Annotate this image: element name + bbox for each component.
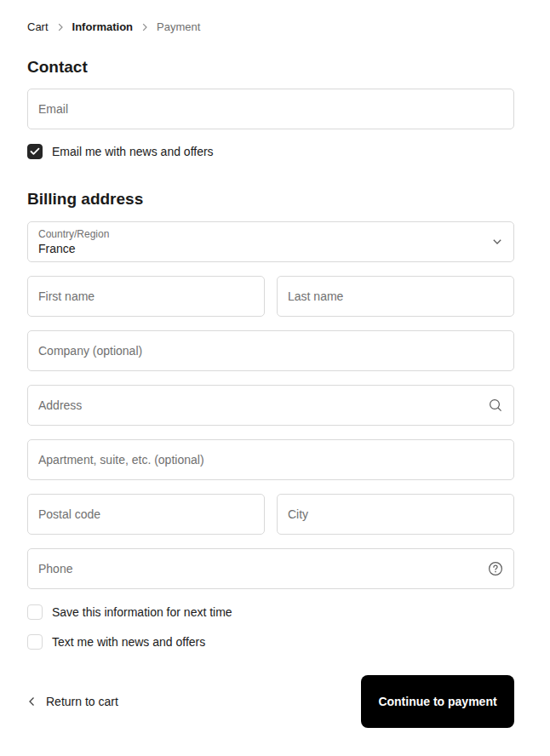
first-name-input[interactable] [27,276,265,317]
breadcrumb-item-payment: Payment [157,20,200,34]
breadcrumb-item-cart[interactable]: Cart [27,20,49,34]
breadcrumb-item-information: Information [72,20,134,34]
last-name-field [277,276,514,317]
chevron-left-icon [27,696,37,707]
save-info-checkbox-label[interactable]: Save this information for next time [52,605,232,619]
checkmark-icon [30,147,40,156]
postal-code-input[interactable] [27,494,265,535]
contact-heading: Contact [27,58,514,77]
checkout-page: Cart Information Payment Contact Email m… [0,0,550,728]
company-input[interactable] [27,330,514,371]
footer-actions: Return to cart Continue to payment [27,675,514,728]
first-name-field [27,276,265,317]
chevron-down-icon [492,238,502,245]
return-to-cart-label: Return to cart [46,695,118,708]
chevron-right-icon [140,23,149,32]
city-input[interactable] [277,494,514,535]
company-field [27,330,514,371]
address-input[interactable] [27,385,514,426]
phone-input[interactable] [27,548,514,589]
name-row [27,276,514,317]
billing-address-heading: Billing address [27,190,514,209]
email-field [27,89,514,129]
save-info-checkbox[interactable] [27,604,43,620]
newsletter-checkbox[interactable] [27,144,43,159]
apartment-input[interactable] [27,439,514,480]
address-field [27,385,514,426]
country-select-value: France [38,241,483,256]
postal-code-field [27,494,265,535]
city-field [277,494,514,535]
newsletter-checkbox-label[interactable]: Email me with news and offers [52,145,214,158]
postal-city-row [27,494,514,535]
help-circle-icon[interactable] [488,561,503,576]
country-select[interactable]: Country/Region France [27,221,514,262]
sms-checkbox-row[interactable]: Text me with news and offers [27,634,514,650]
save-info-checkbox-row[interactable]: Save this information for next time [27,604,514,620]
breadcrumb: Cart Information Payment [27,20,514,34]
country-select-label: Country/Region [38,228,483,241]
return-to-cart-link[interactable]: Return to cart [27,695,118,708]
email-input[interactable] [27,89,514,129]
phone-field [27,548,514,589]
chevron-right-icon [56,23,65,32]
continue-to-payment-button[interactable]: Continue to payment [361,675,514,728]
search-icon [488,398,503,413]
last-name-input[interactable] [277,276,514,317]
sms-checkbox[interactable] [27,634,43,650]
apartment-field [27,439,514,480]
newsletter-checkbox-row[interactable]: Email me with news and offers [27,144,514,159]
sms-checkbox-label[interactable]: Text me with news and offers [52,635,205,649]
